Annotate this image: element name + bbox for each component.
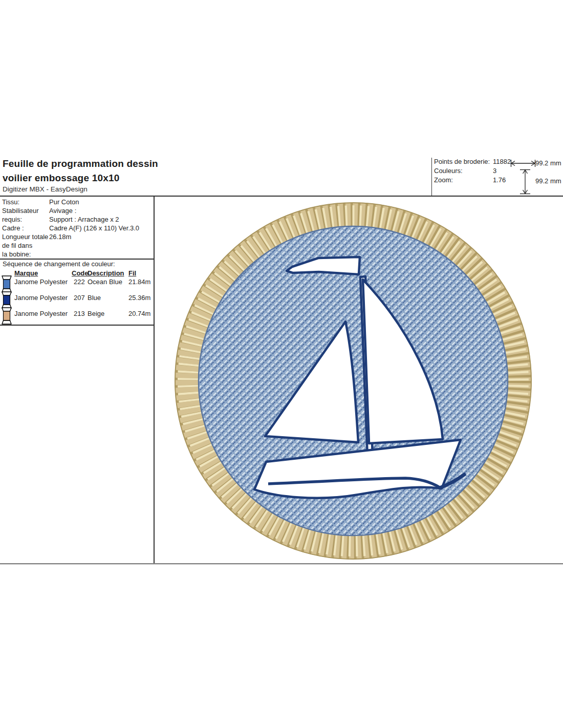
stat-colors: Couleurs: 3 (434, 166, 511, 176)
thread-description: Ocean Blue (88, 278, 122, 286)
column-separator (154, 196, 155, 564)
info-value: Pur Coton (49, 198, 153, 206)
width-dimension: 99.2 mm (535, 159, 561, 167)
embroidery-design-preview (174, 202, 532, 560)
thread-spool-icon (1, 291, 12, 309)
info-row-hoop: Cadre : Cadre A(F) (126 x 110) Ver.3.0 (2, 224, 153, 232)
fabric-info-table: Tissu: Pur Coton Stabilisateur requis: A… (2, 198, 153, 259)
thread-code: 222 (74, 278, 85, 286)
info-label: Stabilisateur requis: (2, 206, 49, 224)
stat-stitch-count: Points de broderie: 11882 (434, 157, 511, 166)
thread-color-swatch (4, 311, 10, 320)
stats-separator (431, 158, 432, 196)
thread-length: 25.36m (128, 294, 150, 302)
stat-value: 1.76 (493, 176, 506, 185)
embroidery-programming-sheet: Feuille de programmation dessin voilier … (0, 0, 563, 728)
thread-spool-icon (1, 307, 12, 325)
info-value: Cadre A(F) (126 x 110) Ver.3.0 (49, 224, 153, 232)
page-title-line1: Feuille de programmation dessin (3, 157, 158, 171)
header-rule (0, 196, 563, 197)
info-row-fabric: Tissu: Pur Coton (2, 198, 153, 206)
sequence-table-bottom-rule (0, 325, 155, 326)
info-label: Longueur totale de fil dans la bobine: (2, 232, 49, 259)
stat-value: 11882 (493, 157, 511, 166)
thread-code: 213 (74, 310, 85, 317)
stat-label: Couleurs: (434, 166, 493, 176)
info-value: Avivage : Support : Arrachage x 2 (49, 206, 153, 224)
page-title-line2: voilier embossage 10x10 (3, 171, 158, 185)
stat-label: Zoom: (434, 176, 493, 185)
thread-length: 21.84m (128, 278, 150, 286)
height-arrow-icon (518, 169, 532, 195)
thread-color-swatch (4, 280, 10, 289)
page-title: Feuille de programmation dessin voilier … (3, 157, 158, 185)
thread-row-1: Janome Polyester 222 Ocean Blue 21.84m (0, 275, 154, 291)
thread-brand: Janome Polyester (14, 294, 68, 302)
thread-description: Blue (88, 294, 101, 302)
thread-color-swatch (4, 295, 10, 305)
thread-row-3: Janome Polyester 213 Beige 20.74m (0, 307, 154, 323)
info-label: Tissu: (2, 198, 49, 206)
sequence-table-rule (0, 259, 155, 260)
software-name: Digitizer MBX - EasyDesign (3, 185, 88, 193)
info-row-thread-length: Longueur totale de fil dans la bobine: 2… (2, 232, 153, 259)
stat-zoom: Zoom: 1.76 (434, 176, 511, 185)
thread-code: 207 (74, 294, 85, 302)
thread-length: 20.74m (128, 310, 150, 317)
page-break-line (0, 563, 563, 565)
design-stats: Points de broderie: 11882 Couleurs: 3 Zo… (434, 157, 511, 185)
height-dimension: 99.2 mm (535, 177, 561, 185)
info-label: Cadre : (2, 224, 49, 232)
thread-spool-icon (1, 275, 12, 293)
info-value: 26.18m (49, 232, 153, 259)
thread-brand: Janome Polyester (14, 310, 68, 317)
color-sequence-title: Séquence de changement de couleur: (3, 260, 115, 268)
thread-description: Beige (88, 310, 104, 317)
stat-label: Points de broderie: (434, 157, 493, 166)
thread-brand: Janome Polyester (14, 278, 68, 286)
thread-row-2: Janome Polyester 207 Blue 25.36m (0, 291, 154, 307)
info-row-stabilizer: Stabilisateur requis: Avivage : Support … (2, 206, 153, 224)
width-arrow-icon (510, 159, 536, 168)
stat-value: 3 (493, 166, 496, 176)
